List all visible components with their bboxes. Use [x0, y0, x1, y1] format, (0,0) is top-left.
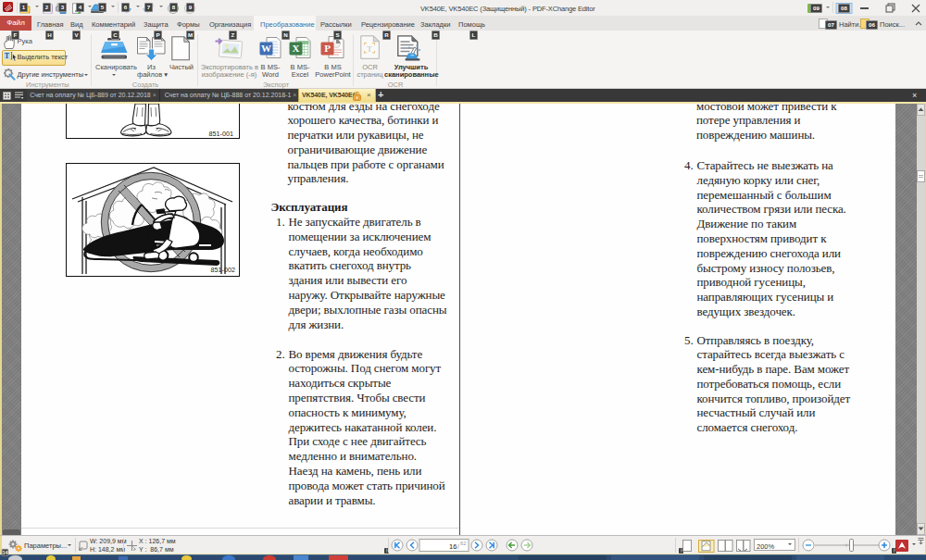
svg-text:P: P: [324, 43, 331, 54]
svg-text:T: T: [4, 52, 8, 60]
svg-text:X: X: [293, 43, 300, 54]
svg-text:851-002: 851-002: [211, 266, 235, 274]
svg-text:T: T: [367, 44, 372, 54]
svg-text:W: W: [261, 43, 271, 54]
svg-text:851-001: 851-001: [209, 130, 233, 138]
